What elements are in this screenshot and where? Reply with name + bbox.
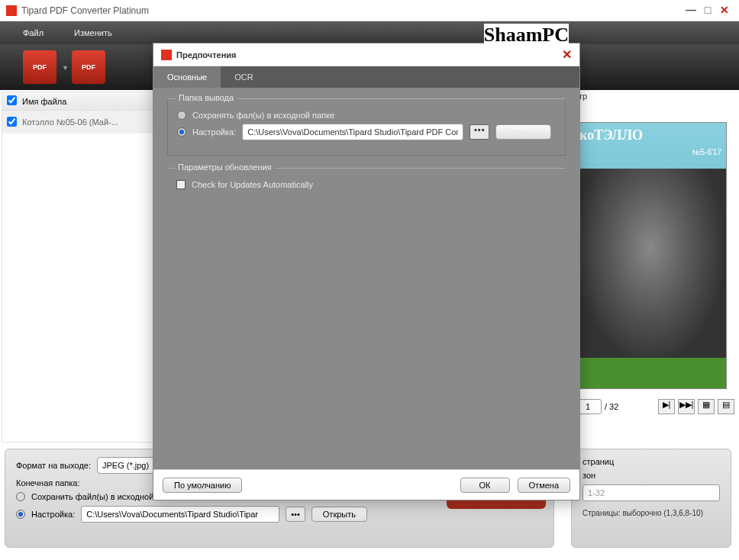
next-page-button[interactable]: ▶| <box>658 399 675 414</box>
tab-ocr[interactable]: OCR <box>221 66 266 88</box>
browse-button[interactable]: ••• <box>286 507 305 522</box>
tab-main[interactable]: Основные <box>153 66 221 88</box>
page-range-input[interactable] <box>582 484 720 501</box>
dialog-titlebar: Предпочтения ✕ <box>153 43 579 66</box>
pref-custom-radio[interactable] <box>177 127 186 137</box>
range-label: зон <box>582 471 720 480</box>
magazine-footer <box>575 358 726 388</box>
dialog-icon <box>161 50 172 60</box>
menu-bar: Файл Изменить <box>0 21 739 44</box>
ok-button[interactable]: ОК <box>460 478 510 493</box>
check-updates-checkbox[interactable] <box>176 180 186 189</box>
file-name: Котэлло №05-06 (Май-... <box>22 117 118 127</box>
last-page-button[interactable]: ▶▶| <box>678 399 695 414</box>
cat-photo <box>575 169 726 365</box>
magazine-issue: №5-6'17 <box>575 148 726 156</box>
cancel-button[interactable]: Отмена <box>518 478 570 493</box>
page-range-panel: страниц зон Страницы: выборочно (1,3,6,8… <box>571 449 731 548</box>
pref-open-button[interactable]: Открыть <box>495 124 551 140</box>
pages-hint: Страницы: выборочно (1,3,6,8-10) <box>582 509 720 517</box>
open-folder-button[interactable]: Открыть <box>311 507 367 522</box>
dialog-close-button[interactable]: ✕ <box>562 47 572 62</box>
preview-image: коТЭЛЛО №5-6'17 <box>574 122 727 389</box>
magazine-title: коТЭЛЛО <box>575 123 726 148</box>
page-total: / 32 <box>605 402 618 411</box>
update-group: Параметры обновления Check for Updates A… <box>167 168 566 204</box>
custom-folder-label: Настройка: <box>31 510 75 519</box>
dialog-button-bar: По умолчанию ОК Отмена <box>153 469 579 500</box>
pref-path-input[interactable] <box>242 124 463 140</box>
output-path-input[interactable] <box>81 506 279 523</box>
app-icon <box>6 5 17 16</box>
format-label: Формат на выходе: <box>16 461 91 470</box>
add-pdf-button[interactable]: PDF▼ <box>23 50 56 84</box>
edit-pdf-button[interactable]: PDF <box>72 50 105 84</box>
folder-label: Конечная папка: <box>16 478 80 488</box>
pages-label: страниц <box>582 457 720 466</box>
watermark-text: ShaamPC <box>484 24 569 47</box>
chevron-down-icon: ▼ <box>62 64 69 72</box>
title-bar: Tipard PDF Converter Platinum — □ ✕ <box>0 0 739 21</box>
custom-folder-radio[interactable] <box>16 510 25 519</box>
select-all-checkbox[interactable] <box>7 95 17 105</box>
maximize-button[interactable]: □ <box>699 4 716 18</box>
column-filename: Имя файла <box>22 97 66 106</box>
dialog-body: Папка вывода Сохранять фал(ы) в исходной… <box>153 88 579 469</box>
dialog-title: Предпочтения <box>176 50 562 60</box>
update-legend: Параметры обновления <box>175 163 275 172</box>
output-folder-group: Папка вывода Сохранять фал(ы) в исходной… <box>167 98 566 156</box>
dialog-tabs: Основные OCR ShaamPC <box>153 66 579 88</box>
menu-edit[interactable]: Изменить <box>74 28 112 37</box>
check-updates-label: Check for Updates Automatically <box>192 180 313 189</box>
output-folder-legend: Папка вывода <box>176 93 237 102</box>
preview-label: отр <box>574 92 734 107</box>
save-source-radio[interactable] <box>16 492 25 501</box>
default-button[interactable]: По умолчанию <box>163 478 242 493</box>
preview-panel: отр коТЭЛЛО №5-6'17 / 32 ▶| ▶▶| ▦ ▤ <box>574 92 734 443</box>
pref-save-source-radio[interactable] <box>177 111 186 120</box>
pref-save-source-label: Сохранять фал(ы) в исходной папке <box>192 111 334 120</box>
pref-custom-label: Настройка: <box>192 127 236 137</box>
menu-file[interactable]: Файл <box>23 28 44 37</box>
doc-view-icon[interactable]: ▤ <box>718 399 734 414</box>
close-button[interactable]: ✕ <box>716 4 733 18</box>
list-view-icon[interactable]: ▦ <box>698 399 715 414</box>
pref-browse-button[interactable]: ••• <box>470 124 489 140</box>
file-checkbox[interactable] <box>7 117 17 127</box>
pager: / 32 ▶| ▶▶| ▦ ▤ <box>574 397 734 417</box>
minimize-button[interactable]: — <box>683 4 699 18</box>
app-title: Tipard PDF Converter Platinum <box>21 5 683 16</box>
preferences-dialog: Предпочтения ✕ Основные OCR ShaamPC Папк… <box>153 43 580 500</box>
